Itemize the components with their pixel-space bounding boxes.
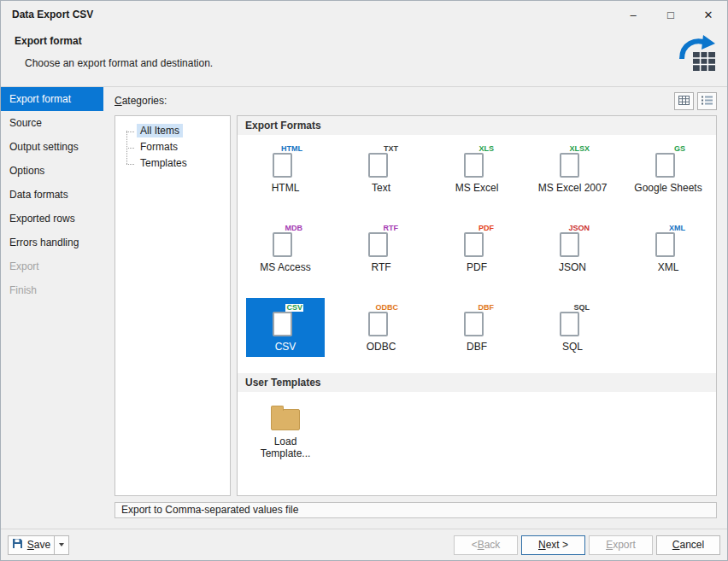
google-sheets-file-icon: GS [653, 145, 684, 178]
format-tile-label: PDF [439, 261, 514, 273]
mdb-file-icon: MDB [270, 225, 301, 257]
format-tile-ms-excel[interactable]: XLS MS Excel [429, 135, 525, 214]
page-title: Export format [15, 35, 82, 47]
sidebar-item-exported-rows[interactable]: Exported rows [1, 207, 103, 231]
main-content: Categories: [103, 87, 727, 529]
sidebar-item-data-formats[interactable]: Data formats [1, 183, 103, 207]
chevron-down-icon [59, 543, 64, 546]
format-tile-html[interactable]: HTML HTML [238, 135, 333, 214]
rtf-file-icon: RTF [366, 225, 396, 257]
format-tile-label: MS Excel 2007 [535, 182, 610, 194]
title-bar: Data Export CSV – □ ✕ [1, 1, 727, 28]
format-tile-label: XML [631, 261, 706, 273]
sidebar-item-options[interactable]: Options [1, 159, 103, 183]
format-tile-ms-access[interactable]: MDB MS Access [238, 214, 333, 294]
sidebar-item-export-format[interactable]: Export format [1, 87, 103, 111]
format-tile-text[interactable]: TXT Text [333, 135, 429, 214]
odbc-file-icon: ODBC [366, 304, 396, 336]
export-button: Export [589, 535, 653, 555]
categories-label: Categories: [114, 95, 167, 107]
format-tile-odbc[interactable]: ODBC ODBC [333, 294, 429, 373]
format-tile-label: RTF [343, 261, 419, 273]
status-bar: Export to Comma-separated values file [114, 502, 717, 518]
format-tile-label: ODBC [343, 341, 419, 353]
format-tile-json[interactable]: JSON JSON [525, 214, 620, 294]
sidebar-item-errors-handling[interactable]: Errors handling [1, 231, 103, 254]
sidebar-item-export: Export [1, 254, 103, 278]
footer-bar: Save < Back Next > Export Cancel [1, 529, 727, 560]
sidebar-item-source[interactable]: Source [1, 111, 103, 135]
cancel-button[interactable]: Cancel [656, 535, 720, 555]
data-export-window: Data Export CSV – □ ✕ Export format Choo… [0, 0, 728, 561]
user-templates-group-header: User Templates [238, 373, 716, 392]
user-templates-grid: Load Template... [238, 392, 716, 476]
view-mode-toolbar [674, 92, 717, 110]
xml-file-icon: XML [653, 225, 684, 257]
list-view-icon [702, 96, 713, 108]
format-tile-label: MS Access [248, 261, 323, 273]
tree-item-templates[interactable]: Templates [125, 155, 230, 172]
format-tile-dbf[interactable]: DBF DBF [429, 294, 525, 373]
dbf-file-icon: DBF [461, 304, 492, 336]
tree-item-all-items[interactable]: All Items [125, 123, 230, 139]
save-split-button: Save [8, 535, 69, 555]
export-formats-panel: Export Formats HTML HTML [237, 115, 717, 496]
window-title: Data Export CSV [1, 9, 614, 20]
format-tile-pdf[interactable]: PDF PDF [429, 214, 525, 294]
format-tile-label: HTML [248, 182, 323, 194]
xlsx-file-icon: XLSX [557, 145, 588, 178]
format-tile-ms-excel-2007[interactable]: XLSX MS Excel 2007 [525, 135, 620, 214]
save-button[interactable]: Save [8, 535, 55, 555]
folder-icon [271, 409, 300, 430]
save-button-label: Save [27, 539, 50, 551]
tree-item-formats[interactable]: Formats [125, 139, 230, 155]
grid-view-icon [678, 96, 690, 108]
next-button[interactable]: Next > [521, 535, 585, 555]
text-file-icon: TXT [366, 145, 396, 178]
format-tile-label: SQL [535, 341, 610, 353]
categories-tree: All Items Formats Templates [114, 115, 231, 496]
floppy-disk-icon [12, 538, 23, 552]
export-formats-group-header: Export Formats [238, 116, 716, 135]
page-subtitle: Choose an export format and destination. [25, 57, 213, 69]
back-button: < Back [454, 535, 518, 555]
format-tile-label: Text [343, 182, 419, 194]
sql-file-icon: SQL [557, 304, 588, 336]
sidebar-item-finish: Finish [1, 278, 103, 302]
format-tile-rtf[interactable]: RTF RTF [333, 214, 429, 294]
format-tile-xml[interactable]: XML XML [620, 214, 716, 294]
json-file-icon: JSON [557, 225, 588, 257]
close-button[interactable]: ✕ [690, 1, 727, 28]
export-table-icon [676, 33, 719, 76]
pdf-file-icon: PDF [461, 225, 492, 257]
format-tile-label: JSON [535, 261, 610, 273]
format-tile-google-sheets[interactable]: GS Google Sheets [620, 135, 716, 214]
html-file-icon: HTML [270, 145, 301, 178]
template-tile-load[interactable]: Load Template... [238, 392, 333, 476]
format-tile-sql[interactable]: SQL SQL [525, 294, 620, 373]
format-tile-label: DBF [439, 341, 514, 353]
save-dropdown-button[interactable] [55, 535, 69, 555]
maximize-button[interactable]: □ [652, 1, 690, 28]
format-tile-label: MS Excel [439, 182, 514, 194]
csv-file-icon: CSV [270, 304, 301, 336]
export-formats-grid: HTML HTML TXT Text [238, 135, 716, 373]
sidebar-item-output-settings[interactable]: Output settings [1, 135, 103, 159]
minimize-button[interactable]: – [614, 1, 652, 28]
wizard-steps-sidebar: Export format Source Output settings Opt… [1, 87, 103, 529]
format-tile-label: CSV [248, 341, 323, 353]
xls-file-icon: XLS [461, 145, 492, 178]
thumbnails-view-button[interactable] [674, 92, 694, 110]
details-view-button[interactable] [697, 92, 717, 110]
wizard-header: Export format Choose an export format an… [1, 28, 727, 87]
format-tile-csv[interactable]: CSV CSV [238, 294, 333, 373]
template-tile-label: Load Template... [257, 435, 314, 459]
format-tile-label: Google Sheets [631, 182, 706, 194]
